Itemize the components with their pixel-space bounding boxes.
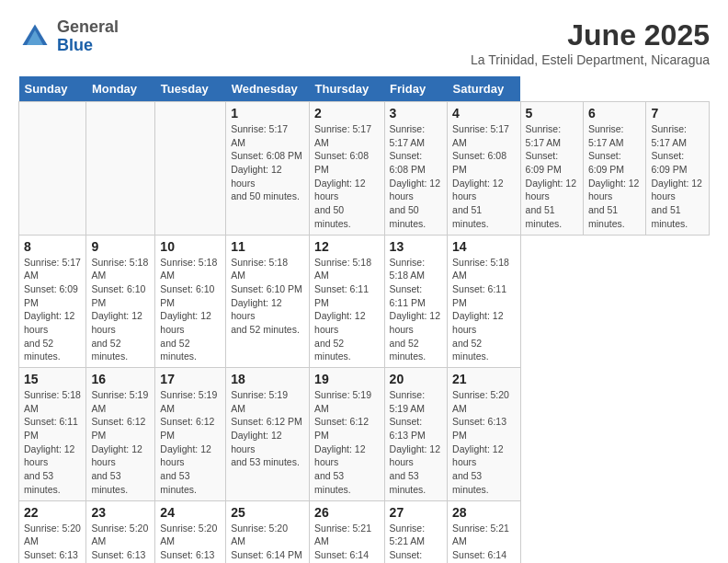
day-cell-5: 5 Sunrise: 5:17 AMSunset: 6:09 PMDayligh… <box>520 102 583 236</box>
calendar-week-2: 8 Sunrise: 5:17 AMSunset: 6:09 PMDayligh… <box>19 235 710 368</box>
day-info: Sunrise: 5:19 AMSunset: 6:13 PMDaylight:… <box>390 389 440 495</box>
day-number: 14 <box>452 239 515 254</box>
day-number: 3 <box>390 106 442 121</box>
day-number: 27 <box>390 505 442 520</box>
calendar-week-1: 1 Sunrise: 5:17 AMSunset: 6:08 PMDayligh… <box>19 102 710 236</box>
day-cell-24: 24 Sunrise: 5:20 AMSunset: 6:13 PMDaylig… <box>155 500 226 563</box>
day-number: 19 <box>314 372 380 386</box>
day-info: Sunrise: 5:17 AMSunset: 6:09 PMDaylight:… <box>24 257 81 362</box>
day-cell-26: 26 Sunrise: 5:21 AMSunset: 6:14 PMDaylig… <box>310 500 385 563</box>
weekday-header-friday: Friday <box>384 76 447 102</box>
day-number: 10 <box>160 239 221 254</box>
day-cell-3: 3 Sunrise: 5:17 AMSunset: 6:08 PMDayligh… <box>384 102 447 236</box>
weekday-header-thursday: Thursday <box>310 76 385 102</box>
day-cell-20: 20 Sunrise: 5:19 AMSunset: 6:13 PMDaylig… <box>384 368 447 501</box>
day-info: Sunrise: 5:18 AMSunset: 6:11 PMDaylight:… <box>390 257 440 362</box>
logo-general-text: General <box>57 17 119 36</box>
empty-cell <box>155 102 226 236</box>
day-number: 2 <box>314 106 380 121</box>
logo-blue-text: Blue <box>57 36 93 54</box>
day-cell-22: 22 Sunrise: 5:20 AMSunset: 6:13 PMDaylig… <box>19 500 86 563</box>
day-info: Sunrise: 5:21 AMSunset: 6:14 PMDaylight:… <box>314 523 371 564</box>
day-cell-28: 28 Sunrise: 5:21 AMSunset: 6:14 PMDaylig… <box>448 500 520 563</box>
day-cell-23: 23 Sunrise: 5:20 AMSunset: 6:13 PMDaylig… <box>86 500 155 563</box>
weekday-header-wednesday: Wednesday <box>226 76 310 102</box>
day-info: Sunrise: 5:17 AMSunset: 6:08 PMDaylight:… <box>231 123 302 201</box>
day-cell-16: 16 Sunrise: 5:19 AMSunset: 6:12 PMDaylig… <box>86 368 155 501</box>
day-info: Sunrise: 5:19 AMSunset: 6:12 PMDaylight:… <box>91 389 148 495</box>
day-info: Sunrise: 5:18 AMSunset: 6:10 PMDaylight:… <box>160 257 217 362</box>
calendar-week-4: 22 Sunrise: 5:20 AMSunset: 6:13 PMDaylig… <box>19 500 710 563</box>
day-info: Sunrise: 5:19 AMSunset: 6:12 PMDaylight:… <box>160 389 217 495</box>
day-number: 25 <box>231 505 304 520</box>
day-cell-1: 1 Sunrise: 5:17 AMSunset: 6:08 PMDayligh… <box>226 102 310 236</box>
day-number: 23 <box>91 505 150 520</box>
day-info: Sunrise: 5:17 AMSunset: 6:08 PMDaylight:… <box>314 123 371 229</box>
day-cell-15: 15 Sunrise: 5:18 AMSunset: 6:11 PMDaylig… <box>19 368 86 501</box>
day-info: Sunrise: 5:20 AMSunset: 6:13 PMDaylight:… <box>91 523 148 564</box>
day-cell-18: 18 Sunrise: 5:19 AMSunset: 6:12 PMDaylig… <box>226 368 310 501</box>
day-info: Sunrise: 5:19 AMSunset: 6:12 PMDaylight:… <box>314 389 371 495</box>
day-info: Sunrise: 5:20 AMSunset: 6:14 PMDaylight:… <box>231 523 302 564</box>
day-cell-8: 8 Sunrise: 5:17 AMSunset: 6:09 PMDayligh… <box>19 235 86 368</box>
weekday-header-row: SundayMondayTuesdayWednesdayThursdayFrid… <box>19 76 710 102</box>
day-info: Sunrise: 5:17 AMSunset: 6:09 PMDaylight:… <box>651 123 701 229</box>
day-number: 8 <box>24 239 81 254</box>
day-number: 16 <box>91 372 150 386</box>
empty-cell <box>86 102 155 236</box>
location: La Trinidad, Esteli Department, Nicaragu… <box>471 52 710 67</box>
weekday-header-monday: Monday <box>86 76 155 102</box>
day-info: Sunrise: 5:18 AMSunset: 6:11 PMDaylight:… <box>452 257 509 362</box>
day-cell-10: 10 Sunrise: 5:18 AMSunset: 6:10 PMDaylig… <box>155 235 226 368</box>
empty-cell <box>19 102 86 236</box>
day-number: 4 <box>452 106 515 121</box>
day-info: Sunrise: 5:18 AMSunset: 6:10 PMDaylight:… <box>231 257 302 335</box>
month-title: June 2025 <box>471 18 710 52</box>
day-info: Sunrise: 5:17 AMSunset: 6:08 PMDaylight:… <box>390 123 440 229</box>
logo: General Blue <box>18 18 119 55</box>
day-info: Sunrise: 5:20 AMSunset: 6:13 PMDaylight:… <box>160 523 217 564</box>
day-info: Sunrise: 5:17 AMSunset: 6:09 PMDaylight:… <box>588 123 639 229</box>
day-info: Sunrise: 5:18 AMSunset: 6:11 PMDaylight:… <box>24 389 81 495</box>
day-number: 9 <box>91 239 150 254</box>
title-area: June 2025 La Trinidad, Esteli Department… <box>471 18 710 67</box>
weekday-header-saturday: Saturday <box>448 76 520 102</box>
day-number: 18 <box>231 372 304 386</box>
day-number: 12 <box>314 239 380 254</box>
day-number: 5 <box>526 106 578 121</box>
day-number: 7 <box>651 106 704 121</box>
day-info: Sunrise: 5:21 AMSunset: 6:14 PMDaylight:… <box>390 523 440 564</box>
day-info: Sunrise: 5:20 AMSunset: 6:13 PMDaylight:… <box>24 523 81 564</box>
day-cell-25: 25 Sunrise: 5:20 AMSunset: 6:14 PMDaylig… <box>226 500 310 563</box>
day-info: Sunrise: 5:17 AMSunset: 6:09 PMDaylight:… <box>526 123 576 229</box>
day-number: 6 <box>588 106 641 121</box>
day-info: Sunrise: 5:21 AMSunset: 6:14 PMDaylight:… <box>452 523 509 564</box>
day-cell-17: 17 Sunrise: 5:19 AMSunset: 6:12 PMDaylig… <box>155 368 226 501</box>
day-number: 24 <box>160 505 221 520</box>
day-cell-4: 4 Sunrise: 5:17 AMSunset: 6:08 PMDayligh… <box>448 102 520 236</box>
day-cell-19: 19 Sunrise: 5:19 AMSunset: 6:12 PMDaylig… <box>310 368 385 501</box>
day-cell-13: 13 Sunrise: 5:18 AMSunset: 6:11 PMDaylig… <box>384 235 447 368</box>
day-cell-9: 9 Sunrise: 5:18 AMSunset: 6:10 PMDayligh… <box>86 235 155 368</box>
day-number: 15 <box>24 372 81 386</box>
day-cell-12: 12 Sunrise: 5:18 AMSunset: 6:11 PMDaylig… <box>310 235 385 368</box>
day-cell-11: 11 Sunrise: 5:18 AMSunset: 6:10 PMDaylig… <box>226 235 310 368</box>
day-number: 17 <box>160 372 221 386</box>
day-cell-7: 7 Sunrise: 5:17 AMSunset: 6:09 PMDayligh… <box>646 102 710 236</box>
day-number: 20 <box>390 372 442 386</box>
day-cell-2: 2 Sunrise: 5:17 AMSunset: 6:08 PMDayligh… <box>310 102 385 236</box>
day-number: 26 <box>314 505 380 520</box>
day-cell-27: 27 Sunrise: 5:21 AMSunset: 6:14 PMDaylig… <box>384 500 447 563</box>
weekday-header-sunday: Sunday <box>19 76 86 102</box>
weekday-header-tuesday: Tuesday <box>155 76 226 102</box>
day-info: Sunrise: 5:20 AMSunset: 6:13 PMDaylight:… <box>452 389 509 495</box>
day-info: Sunrise: 5:18 AMSunset: 6:11 PMDaylight:… <box>314 257 371 362</box>
day-cell-6: 6 Sunrise: 5:17 AMSunset: 6:09 PMDayligh… <box>584 102 646 236</box>
day-number: 21 <box>452 372 515 386</box>
calendar-table: SundayMondayTuesdayWednesdayThursdayFrid… <box>18 76 710 563</box>
logo-icon <box>18 20 51 53</box>
day-number: 28 <box>452 505 515 520</box>
day-cell-14: 14 Sunrise: 5:18 AMSunset: 6:11 PMDaylig… <box>448 235 520 368</box>
day-number: 22 <box>24 505 81 520</box>
day-info: Sunrise: 5:19 AMSunset: 6:12 PMDaylight:… <box>231 389 302 467</box>
